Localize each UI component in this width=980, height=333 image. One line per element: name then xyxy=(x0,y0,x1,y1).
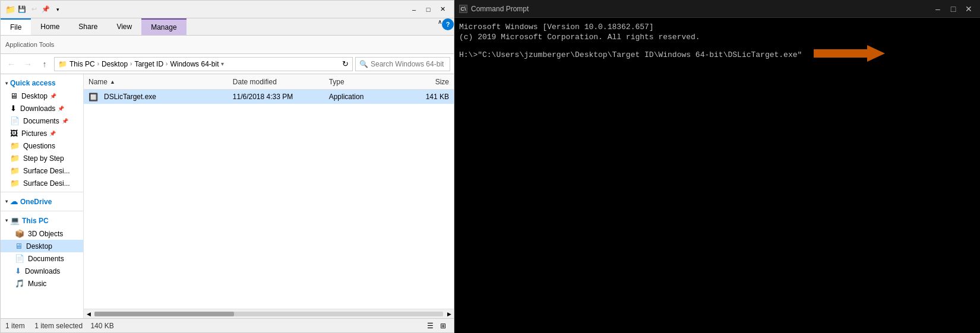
status-bar: 1 item 1 item selected 140 KB ☰ ⊞ xyxy=(1,318,454,332)
tab-share[interactable]: Share xyxy=(69,18,107,35)
cmd-maximize-button[interactable]: □ xyxy=(947,2,960,15)
cmd-minimize-button[interactable]: – xyxy=(931,2,944,15)
breadcrumb-thispc[interactable]: This PC xyxy=(69,60,95,68)
sidebar-item-documents2-label: Documents xyxy=(28,255,64,263)
tab-view[interactable]: View xyxy=(107,18,141,35)
refresh-button[interactable]: ↻ xyxy=(342,59,349,68)
sidebar-item-pictures[interactable]: 🖼 Pictures 📌 xyxy=(1,127,83,139)
sidebar-item-stepbystep[interactable]: 📁 Step by Step xyxy=(1,152,83,164)
breadcrumb-desktop[interactable]: Desktop xyxy=(102,60,128,68)
view-list-button[interactable]: ☰ xyxy=(424,320,436,332)
orange-arrow xyxy=(814,45,885,62)
item-count: 1 item xyxy=(5,322,25,330)
downloads-icon: ⬇ xyxy=(10,104,17,113)
sidebar-item-desktop[interactable]: 🖥 Desktop 📌 xyxy=(1,90,83,102)
address-bar: ← → ↑ 📁 This PC › Desktop › Target ID › … xyxy=(1,54,454,74)
scroll-left-button[interactable]: ◀ xyxy=(84,309,93,319)
file-date-label: 11/6/2018 4:33 PM xyxy=(233,93,293,101)
column-size[interactable]: Size xyxy=(401,78,449,86)
desktop-icon: 🖥 xyxy=(10,91,18,100)
scroll-right-button[interactable]: ▶ xyxy=(444,309,454,319)
sidebar-item-3dobjects[interactable]: 📦 3D Objects xyxy=(1,227,83,240)
sidebar-item-desktop2-label: Desktop xyxy=(26,242,52,250)
search-input[interactable] xyxy=(371,60,446,68)
selected-size: 140 KB xyxy=(90,322,113,330)
sidebar: ▾ Quick access 🖥 Desktop 📌 ⬇ Downloads 📌… xyxy=(1,74,84,318)
file-row-dslictarget[interactable]: 🔲 DSLicTarget.exe 11/6/2018 4:33 PM Appl… xyxy=(84,90,454,104)
quick-access-toggle: ▾ xyxy=(5,81,8,86)
tab-home[interactable]: Home xyxy=(31,18,69,35)
sidebar-item-downloads2[interactable]: ⬇ Downloads xyxy=(1,265,83,277)
cmd-body[interactable]: Microsoft Windows [Version 10.0.18362.65… xyxy=(454,18,980,333)
column-date[interactable]: Date modified xyxy=(233,78,329,86)
ribbon-chevron[interactable]: ∧ xyxy=(438,18,442,35)
sidebar-item-documents2[interactable]: 📄 Documents xyxy=(1,252,83,265)
undo-icon: ↩ xyxy=(29,5,39,14)
pin-icon-pictures: 📌 xyxy=(49,131,56,137)
cmd-title-area: C\ Command Prompt xyxy=(459,5,529,13)
title-bar-left: 📁 💾 ↩ 📌 ▾ xyxy=(5,5,62,14)
explorer-main: ▾ Quick access 🖥 Desktop 📌 ⬇ Downloads 📌… xyxy=(1,74,454,318)
breadcrumb[interactable]: 📁 This PC › Desktop › Target ID › Window… xyxy=(54,57,353,71)
column-name[interactable]: Name ▲ xyxy=(88,78,233,86)
pin-icon-desktop: 📌 xyxy=(50,93,56,99)
sidebar-item-surface1[interactable]: 📁 Surface Desi... xyxy=(1,164,83,177)
scroll-track[interactable] xyxy=(94,312,443,316)
maximize-button[interactable]: □ xyxy=(422,3,435,16)
selected-count: 1 item selected xyxy=(34,322,83,330)
sidebar-section-thispc[interactable]: ▾ 💻 This PC xyxy=(1,214,83,227)
documents-icon: 📄 xyxy=(10,116,20,125)
column-type-label: Type xyxy=(329,78,344,86)
sidebar-section-onedrive[interactable]: ▾ ☁ OneDrive xyxy=(1,195,83,208)
stepbystep-folder-icon: 📁 xyxy=(10,154,20,163)
column-type[interactable]: Type xyxy=(329,78,401,86)
search-bar[interactable]: 🔍 xyxy=(355,57,450,71)
sidebar-item-documents[interactable]: 📄 Documents 📌 xyxy=(1,115,83,127)
up-button[interactable]: ↑ xyxy=(37,57,52,71)
file-name-label: DSLicTarget.exe xyxy=(104,93,156,101)
cmd-prompt-text: H:\>"C:\Users\jzumberger\Desktop\Target … xyxy=(459,50,802,59)
horizontal-scrollbar[interactable]: ◀ ▶ xyxy=(84,309,454,318)
questions-folder-icon: 📁 xyxy=(10,141,20,150)
scroll-thumb[interactable] xyxy=(94,312,234,316)
sidebar-section-quick-access[interactable]: ▾ Quick access xyxy=(1,77,83,90)
onedrive-toggle: ▾ xyxy=(5,199,8,204)
cmd-line-2: (c) 2019 Microsoft Corporation. All righ… xyxy=(459,33,975,42)
column-size-label: Size xyxy=(435,78,449,86)
forward-button[interactable]: → xyxy=(21,57,35,71)
sidebar-item-downloads[interactable]: ⬇ Downloads 📌 xyxy=(1,102,83,115)
sidebar-item-desktop-label: Desktop xyxy=(21,92,48,100)
pin-icon-downloads: 📌 xyxy=(58,106,64,112)
ribbon: File Home Share View Manage ∧ ? Applicat… xyxy=(1,18,454,54)
save-icon: 💾 xyxy=(17,5,27,14)
sidebar-item-downloads-label: Downloads xyxy=(20,104,55,113)
status-info: 1 item 1 item selected 140 KB xyxy=(5,322,114,330)
tab-manage[interactable]: Manage xyxy=(141,18,186,35)
sidebar-item-surface2[interactable]: 📁 Surface Desi... xyxy=(1,177,83,189)
dropdown-icon[interactable]: ▾ xyxy=(53,5,62,14)
sidebar-item-questions[interactable]: 📁 Questions xyxy=(1,139,83,152)
pin-icon: 📌 xyxy=(41,5,50,14)
breadcrumb-current[interactable]: Windows 64-bit xyxy=(170,60,219,68)
sidebar-item-stepbystep-label: Step by Step xyxy=(23,154,64,163)
sidebar-item-desktop2[interactable]: 🖥 Desktop xyxy=(1,240,83,252)
file-type-cell: Application xyxy=(329,93,401,101)
view-grid-button[interactable]: ⊞ xyxy=(437,320,449,332)
breadcrumb-targetid[interactable]: Target ID xyxy=(134,60,163,68)
cmd-icon: C\ xyxy=(459,5,467,13)
cmd-close-button[interactable]: ✕ xyxy=(962,2,975,15)
surface2-folder-icon: 📁 xyxy=(10,179,20,188)
application-tools-label: Application Tools xyxy=(5,41,54,48)
cmd-line-1: Microsoft Windows [Version 10.0.18362.65… xyxy=(459,23,975,31)
back-button[interactable]: ← xyxy=(4,57,18,71)
sort-arrow: ▲ xyxy=(110,79,115,85)
breadcrumb-dropdown-icon[interactable]: ▾ xyxy=(221,61,224,67)
breadcrumb-sep2: › xyxy=(130,61,132,67)
minimize-button[interactable]: – xyxy=(407,3,421,16)
pictures-icon: 🖼 xyxy=(10,129,18,138)
help-button[interactable]: ? xyxy=(442,18,454,30)
cmd-window-controls: – □ ✕ xyxy=(931,2,975,15)
close-button[interactable]: ✕ xyxy=(436,3,449,16)
tab-file[interactable]: File xyxy=(1,18,31,35)
sidebar-item-music[interactable]: 🎵 Music xyxy=(1,277,83,290)
